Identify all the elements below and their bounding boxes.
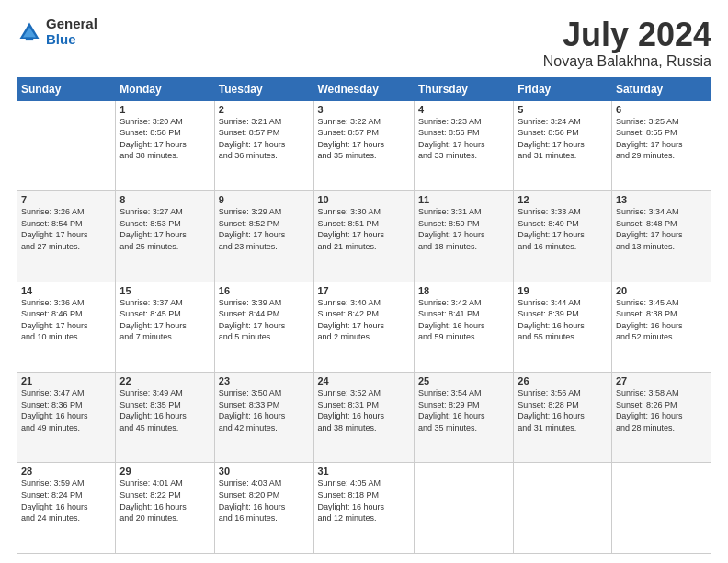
calendar-cell xyxy=(514,463,612,554)
calendar-cell xyxy=(611,463,711,554)
day-number: 30 xyxy=(219,465,310,477)
day-info: Sunrise: 3:36 AM Sunset: 8:46 PM Dayligh… xyxy=(21,297,111,343)
day-number: 27 xyxy=(616,375,707,386)
day-number: 9 xyxy=(219,194,310,205)
calendar-cell: 24Sunrise: 3:52 AM Sunset: 8:31 PM Dayli… xyxy=(313,373,414,463)
calendar-cell: 14Sunrise: 3:36 AM Sunset: 8:46 PM Dayli… xyxy=(17,282,116,372)
day-info: Sunrise: 3:22 AM Sunset: 8:57 PM Dayligh… xyxy=(318,116,410,162)
col-sunday: Sunday xyxy=(17,77,116,100)
day-info: Sunrise: 4:01 AM Sunset: 8:22 PM Dayligh… xyxy=(119,477,210,523)
calendar-cell xyxy=(17,100,116,190)
day-number: 12 xyxy=(518,194,608,205)
day-info: Sunrise: 4:03 AM Sunset: 8:20 PM Dayligh… xyxy=(219,477,310,523)
calendar-cell: 20Sunrise: 3:45 AM Sunset: 8:38 PM Dayli… xyxy=(611,282,711,372)
calendar-cell: 11Sunrise: 3:31 AM Sunset: 8:50 PM Dayli… xyxy=(414,191,513,282)
day-number: 22 xyxy=(119,375,210,386)
calendar-cell: 9Sunrise: 3:29 AM Sunset: 8:52 PM Daylig… xyxy=(214,191,313,282)
day-info: Sunrise: 3:21 AM Sunset: 8:57 PM Dayligh… xyxy=(219,116,310,162)
day-info: Sunrise: 3:37 AM Sunset: 8:45 PM Dayligh… xyxy=(119,297,210,343)
logo-general-text: General xyxy=(46,17,97,32)
col-friday: Friday xyxy=(514,77,612,100)
day-number: 4 xyxy=(418,104,509,115)
day-number: 23 xyxy=(219,375,310,386)
calendar-cell: 15Sunrise: 3:37 AM Sunset: 8:45 PM Dayli… xyxy=(116,282,214,372)
day-number: 20 xyxy=(616,285,707,296)
day-info: Sunrise: 3:52 AM Sunset: 8:31 PM Dayligh… xyxy=(318,387,410,433)
calendar-cell: 6Sunrise: 3:25 AM Sunset: 8:55 PM Daylig… xyxy=(611,100,711,190)
calendar-cell: 12Sunrise: 3:33 AM Sunset: 8:49 PM Dayli… xyxy=(514,191,612,282)
day-number: 25 xyxy=(418,375,509,386)
day-info: Sunrise: 3:59 AM Sunset: 8:24 PM Dayligh… xyxy=(21,477,111,523)
col-saturday: Saturday xyxy=(611,77,711,100)
calendar-week-3: 21Sunrise: 3:47 AM Sunset: 8:36 PM Dayli… xyxy=(17,373,711,463)
calendar-cell: 13Sunrise: 3:34 AM Sunset: 8:48 PM Dayli… xyxy=(611,191,711,282)
day-info: Sunrise: 3:24 AM Sunset: 8:56 PM Dayligh… xyxy=(518,116,608,162)
calendar-cell: 22Sunrise: 3:49 AM Sunset: 8:35 PM Dayli… xyxy=(116,373,214,463)
calendar-cell: 30Sunrise: 4:03 AM Sunset: 8:20 PM Dayli… xyxy=(214,463,313,554)
calendar-cell: 26Sunrise: 3:56 AM Sunset: 8:28 PM Dayli… xyxy=(514,373,612,463)
day-number: 18 xyxy=(418,285,509,296)
day-info: Sunrise: 3:23 AM Sunset: 8:56 PM Dayligh… xyxy=(418,116,509,162)
calendar-cell: 28Sunrise: 3:59 AM Sunset: 8:24 PM Dayli… xyxy=(17,463,116,554)
day-number: 2 xyxy=(219,104,310,115)
svg-rect-2 xyxy=(26,37,33,40)
calendar-cell: 10Sunrise: 3:30 AM Sunset: 8:51 PM Dayli… xyxy=(313,191,414,282)
calendar-cell: 2Sunrise: 3:21 AM Sunset: 8:57 PM Daylig… xyxy=(214,100,313,190)
day-info: Sunrise: 3:20 AM Sunset: 8:58 PM Dayligh… xyxy=(119,116,210,162)
day-number: 7 xyxy=(21,194,111,205)
calendar-week-4: 28Sunrise: 3:59 AM Sunset: 8:24 PM Dayli… xyxy=(17,463,711,554)
day-number: 3 xyxy=(318,104,410,115)
calendar-cell: 29Sunrise: 4:01 AM Sunset: 8:22 PM Dayli… xyxy=(116,463,214,554)
day-info: Sunrise: 3:42 AM Sunset: 8:41 PM Dayligh… xyxy=(418,297,509,343)
calendar-week-0: 1Sunrise: 3:20 AM Sunset: 8:58 PM Daylig… xyxy=(17,100,711,190)
col-tuesday: Tuesday xyxy=(214,77,313,100)
col-wednesday: Wednesday xyxy=(313,77,414,100)
calendar-cell: 19Sunrise: 3:44 AM Sunset: 8:39 PM Dayli… xyxy=(514,282,612,372)
day-number: 24 xyxy=(318,375,410,386)
day-info: Sunrise: 3:50 AM Sunset: 8:33 PM Dayligh… xyxy=(219,387,310,433)
day-number: 10 xyxy=(318,194,410,205)
title-block: July 2024 Novaya Balakhna, Russia xyxy=(543,17,711,70)
day-info: Sunrise: 3:31 AM Sunset: 8:50 PM Dayligh… xyxy=(418,206,509,252)
col-monday: Monday xyxy=(116,77,214,100)
day-info: Sunrise: 3:47 AM Sunset: 8:36 PM Dayligh… xyxy=(21,387,111,433)
calendar-header-row: Sunday Monday Tuesday Wednesday Thursday… xyxy=(17,77,711,100)
calendar-cell: 31Sunrise: 4:05 AM Sunset: 8:18 PM Dayli… xyxy=(313,463,414,554)
calendar-week-1: 7Sunrise: 3:26 AM Sunset: 8:54 PM Daylig… xyxy=(17,191,711,282)
day-number: 26 xyxy=(518,375,608,386)
day-number: 29 xyxy=(119,465,210,477)
day-info: Sunrise: 3:58 AM Sunset: 8:26 PM Dayligh… xyxy=(616,387,707,433)
calendar-cell: 16Sunrise: 3:39 AM Sunset: 8:44 PM Dayli… xyxy=(214,282,313,372)
day-number: 15 xyxy=(119,285,210,296)
day-info: Sunrise: 3:27 AM Sunset: 8:53 PM Dayligh… xyxy=(119,206,210,252)
calendar-cell: 18Sunrise: 3:42 AM Sunset: 8:41 PM Dayli… xyxy=(414,282,513,372)
day-number: 14 xyxy=(21,285,111,296)
calendar-table: Sunday Monday Tuesday Wednesday Thursday… xyxy=(17,77,711,554)
day-number: 1 xyxy=(119,104,210,115)
calendar-cell xyxy=(414,463,513,554)
logo-text: General Blue xyxy=(46,17,97,47)
day-info: Sunrise: 3:54 AM Sunset: 8:29 PM Dayligh… xyxy=(418,387,509,433)
day-info: Sunrise: 3:25 AM Sunset: 8:55 PM Dayligh… xyxy=(616,116,707,162)
logo-icon xyxy=(17,19,42,45)
day-info: Sunrise: 3:45 AM Sunset: 8:38 PM Dayligh… xyxy=(616,297,707,343)
day-number: 19 xyxy=(518,285,608,296)
calendar-cell: 25Sunrise: 3:54 AM Sunset: 8:29 PM Dayli… xyxy=(414,373,513,463)
day-info: Sunrise: 3:30 AM Sunset: 8:51 PM Dayligh… xyxy=(318,206,410,252)
day-info: Sunrise: 3:29 AM Sunset: 8:52 PM Dayligh… xyxy=(219,206,310,252)
calendar-cell: 27Sunrise: 3:58 AM Sunset: 8:26 PM Dayli… xyxy=(611,373,711,463)
calendar-cell: 17Sunrise: 3:40 AM Sunset: 8:42 PM Dayli… xyxy=(313,282,414,372)
calendar-cell: 21Sunrise: 3:47 AM Sunset: 8:36 PM Dayli… xyxy=(17,373,116,463)
day-number: 6 xyxy=(616,104,707,115)
day-info: Sunrise: 3:40 AM Sunset: 8:42 PM Dayligh… xyxy=(318,297,410,343)
calendar-cell: 1Sunrise: 3:20 AM Sunset: 8:58 PM Daylig… xyxy=(116,100,214,190)
calendar-cell: 23Sunrise: 3:50 AM Sunset: 8:33 PM Dayli… xyxy=(214,373,313,463)
calendar-week-2: 14Sunrise: 3:36 AM Sunset: 8:46 PM Dayli… xyxy=(17,282,711,372)
page: General Blue July 2024 Novaya Balakhna, … xyxy=(0,0,728,563)
day-info: Sunrise: 3:44 AM Sunset: 8:39 PM Dayligh… xyxy=(518,297,608,343)
day-number: 17 xyxy=(318,285,410,296)
calendar-cell: 5Sunrise: 3:24 AM Sunset: 8:56 PM Daylig… xyxy=(514,100,612,190)
day-info: Sunrise: 3:56 AM Sunset: 8:28 PM Dayligh… xyxy=(518,387,608,433)
day-number: 28 xyxy=(21,465,111,477)
day-info: Sunrise: 3:33 AM Sunset: 8:49 PM Dayligh… xyxy=(518,206,608,252)
